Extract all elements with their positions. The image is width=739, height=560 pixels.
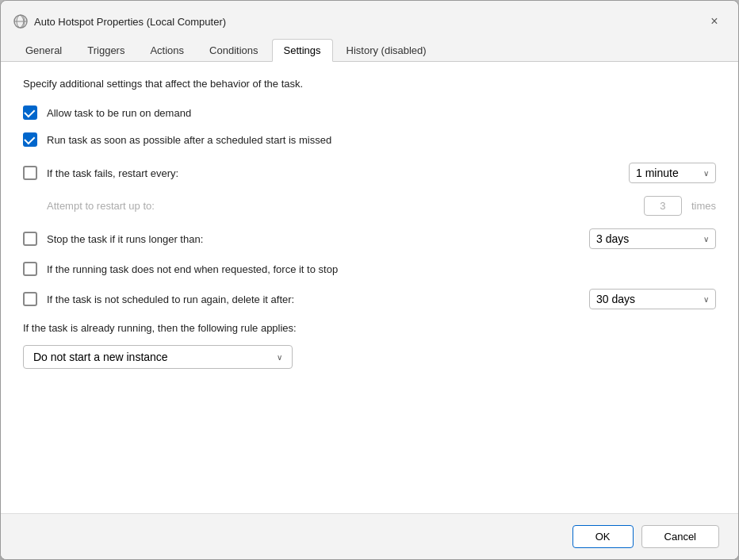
force-stop-row: If the running task does not end when re… <box>23 262 716 276</box>
restart-fail-row: If the task fails, restart every: 1 minu… <box>23 163 716 183</box>
tab-general[interactable]: General <box>13 39 74 61</box>
stop-duration-arrow: ∨ <box>703 235 709 244</box>
settings-description: Specify additional settings that affect … <box>23 78 716 90</box>
tab-triggers[interactable]: Triggers <box>75 39 136 61</box>
ok-button[interactable]: OK <box>572 525 634 548</box>
attempt-label: Attempt to restart up to: <box>47 200 634 212</box>
tab-conditions[interactable]: Conditions <box>197 39 270 61</box>
run-missed-row: Run task as soon as possible after a sch… <box>23 132 716 147</box>
instance-rule-value: Do not start a new instance <box>33 351 168 363</box>
tab-history[interactable]: History (disabled) <box>335 39 438 61</box>
times-label: times <box>691 200 716 212</box>
delete-after-label: If the task is not scheduled to run agai… <box>47 293 580 305</box>
restart-interval-dropdown[interactable]: 1 minute ∨ <box>629 163 716 183</box>
instance-rule-dropdown[interactable]: Do not start a new instance ∨ <box>23 345 293 369</box>
stop-long-label: Stop the task if it runs longer than: <box>47 233 580 245</box>
stop-duration-dropdown[interactable]: 3 days ∨ <box>589 228 716 249</box>
delete-after-dropdown[interactable]: 30 days ∨ <box>589 289 716 309</box>
restart-interval-value: 1 minute <box>636 167 679 179</box>
app-icon <box>13 14 28 29</box>
tab-actions[interactable]: Actions <box>138 39 196 61</box>
window-title: Auto Hotspot Properties (Local Computer) <box>34 16 226 28</box>
allow-demand-checkbox[interactable] <box>23 105 37 120</box>
allow-demand-label: Allow task to be run on demand <box>47 107 716 119</box>
stop-long-row: Stop the task if it runs longer than: 3 … <box>23 228 716 249</box>
restart-interval-arrow: ∨ <box>703 169 709 178</box>
delete-after-checkbox[interactable] <box>23 292 37 306</box>
allow-demand-row: Allow task to be run on demand <box>23 105 716 120</box>
tab-settings[interactable]: Settings <box>272 39 333 62</box>
stop-long-checkbox[interactable] <box>23 232 37 246</box>
run-missed-label: Run task as soon as possible after a sch… <box>47 134 716 146</box>
run-missed-checkbox[interactable] <box>23 132 37 147</box>
restart-fail-checkbox[interactable] <box>23 166 37 180</box>
restart-fail-label: If the task fails, restart every: <box>47 167 619 179</box>
settings-content: Specify additional settings that affect … <box>1 62 738 513</box>
delete-after-value: 30 days <box>596 293 635 305</box>
delete-after-arrow: ∨ <box>703 295 709 304</box>
tab-bar: General Triggers Actions Conditions Sett… <box>1 33 738 62</box>
footer: OK Cancel <box>1 513 738 559</box>
cancel-button[interactable]: Cancel <box>641 525 719 548</box>
close-button[interactable]: × <box>703 10 726 33</box>
window: Auto Hotspot Properties (Local Computer)… <box>0 0 739 560</box>
rule-label: If the task is already running, then the… <box>23 322 716 334</box>
attempt-input[interactable] <box>644 196 682 216</box>
title-bar-left: Auto Hotspot Properties (Local Computer) <box>13 14 226 29</box>
attempt-row: Attempt to restart up to: times <box>23 196 716 216</box>
force-stop-checkbox[interactable] <box>23 262 37 276</box>
delete-after-row: If the task is not scheduled to run agai… <box>23 289 716 309</box>
instance-rule-arrow: ∨ <box>277 353 282 362</box>
force-stop-label: If the running task does not end when re… <box>47 263 716 275</box>
title-bar: Auto Hotspot Properties (Local Computer)… <box>1 1 738 33</box>
stop-duration-value: 3 days <box>596 232 629 245</box>
